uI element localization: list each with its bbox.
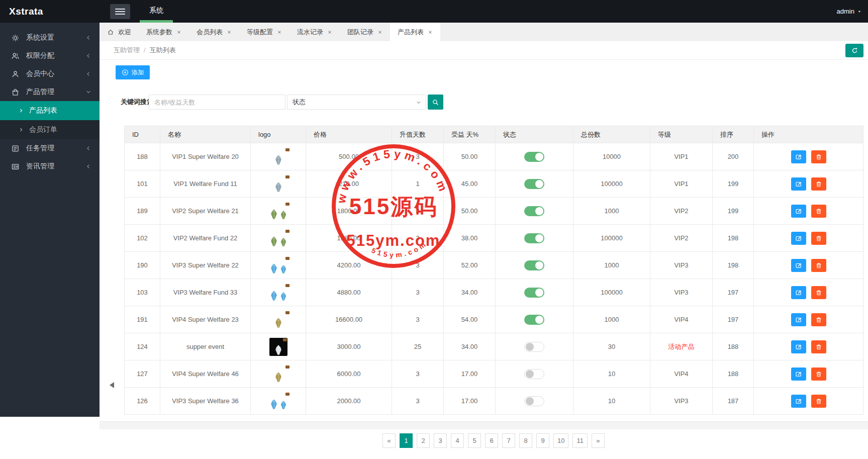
edit-button[interactable] [791, 286, 806, 299]
sidebar-item-权限分配[interactable]: 权限分配 [0, 47, 100, 65]
chevron-left-icon [85, 35, 91, 41]
sidebar-item-任务管理[interactable]: 任务管理 [0, 139, 100, 157]
delete-button[interactable] [811, 395, 826, 408]
page-next-button[interactable]: » [592, 433, 605, 448]
cell-name: VIP1 Super Welfare 20 [160, 143, 251, 170]
sidebar-item-会员订单[interactable]: 会员订单 [0, 120, 100, 139]
tab-close-icon[interactable] [277, 30, 282, 35]
status-toggle[interactable] [524, 342, 544, 352]
logo-tag [285, 311, 290, 314]
sidebar-item-系统设置[interactable]: 系统设置 [0, 29, 100, 47]
gem-icon [274, 317, 283, 329]
cell-total: 1000 [573, 306, 650, 333]
sidebar-item-产品列表[interactable]: 产品列表 [0, 101, 100, 120]
delete-button[interactable] [811, 340, 826, 353]
page-button-10[interactable]: 10 [553, 433, 568, 448]
delete-button[interactable] [811, 150, 826, 163]
edit-button[interactable] [791, 150, 806, 163]
search-button[interactable] [428, 95, 443, 110]
cell-total: 10 [573, 360, 650, 388]
breadcrumb-item[interactable]: 互助列表 [150, 46, 176, 54]
edit-button[interactable] [791, 205, 806, 218]
status-toggle[interactable] [524, 396, 544, 406]
toggle-knob [535, 316, 543, 324]
cell-name: VIP3 Super Welfare 36 [160, 388, 251, 415]
add-button[interactable]: 添加 [116, 65, 150, 79]
tab-系统参数[interactable]: 系统参数 [139, 23, 189, 41]
table-row: 127VIP4 Super Welfare 466000.00317.0010V… [125, 360, 863, 388]
page-prev-button[interactable]: « [382, 433, 396, 448]
menu-toggle-button[interactable] [110, 4, 130, 19]
user-menu[interactable]: admin [837, 0, 862, 23]
status-toggle[interactable] [524, 206, 544, 216]
delete-button[interactable] [811, 205, 826, 218]
tab-close-icon[interactable] [327, 30, 332, 35]
page-button-8[interactable]: 8 [519, 433, 532, 448]
table-row: 189VIP2 Super Welfare 211800.00350.00100… [125, 198, 863, 225]
tab-团队记录[interactable]: 团队记录 [340, 23, 390, 41]
page-button-2[interactable]: 2 [417, 433, 430, 448]
page-button-11[interactable]: 11 [572, 433, 588, 448]
cell-profit: 34.00 [444, 333, 496, 360]
page-button-1[interactable]: 1 [400, 433, 413, 448]
status-toggle[interactable] [524, 152, 544, 162]
delete-button[interactable] [811, 259, 826, 272]
tab-会员列表[interactable]: 会员列表 [189, 23, 239, 41]
tab-close-icon[interactable] [428, 30, 433, 35]
status-toggle[interactable] [524, 179, 544, 189]
delete-button[interactable] [811, 232, 826, 245]
breadcrumb-item[interactable]: 互助管理 [114, 46, 140, 54]
page-button-7[interactable]: 7 [502, 433, 515, 448]
gem-icon [274, 344, 283, 356]
refresh-button[interactable] [845, 44, 863, 57]
page-button-3[interactable]: 3 [434, 433, 447, 448]
edit-button[interactable] [791, 232, 806, 245]
tab-close-icon[interactable] [377, 30, 382, 35]
status-toggle[interactable] [524, 369, 544, 379]
horizontal-scrollbar-track[interactable] [100, 421, 868, 429]
edit-button[interactable] [791, 259, 806, 272]
sidebar-item-资讯管理[interactable]: 资讯管理 [0, 157, 100, 175]
edit-icon [795, 180, 802, 188]
edit-button[interactable] [791, 313, 806, 326]
product-logo [267, 202, 290, 220]
product-logo [267, 148, 290, 166]
page-button-5[interactable]: 5 [468, 433, 481, 448]
status-toggle[interactable] [524, 315, 544, 325]
edit-button[interactable] [791, 177, 806, 191]
delete-button[interactable] [811, 313, 826, 326]
cell-status [496, 170, 573, 198]
delete-button[interactable] [811, 286, 826, 299]
page-button-4[interactable]: 4 [451, 433, 464, 448]
status-toggle[interactable] [524, 288, 544, 298]
scroll-left-arrow-icon[interactable] [107, 382, 114, 388]
delete-button[interactable] [811, 368, 826, 381]
caret-down-icon [857, 9, 862, 14]
status-toggle[interactable] [524, 233, 544, 243]
cell-profit: 17.00 [444, 360, 496, 388]
edit-button[interactable] [791, 368, 806, 381]
cell-name: supper event [160, 333, 251, 360]
tab-产品列表[interactable]: 产品列表 [390, 23, 440, 41]
tab-流水记录[interactable]: 流水记录 [290, 23, 340, 41]
page-button-9[interactable]: 9 [536, 433, 549, 448]
tab-close-icon[interactable] [176, 30, 181, 35]
cell-days: 1 [392, 170, 444, 198]
trash-icon [815, 208, 822, 215]
tab-label: 系统参数 [146, 28, 172, 37]
tab-欢迎[interactable]: 欢迎 [100, 23, 139, 41]
keyword-input[interactable] [149, 95, 285, 110]
sidebar-item-会员中心[interactable]: 会员中心 [0, 65, 100, 83]
toggle-knob [535, 207, 543, 215]
tab-close-icon[interactable] [227, 30, 232, 35]
cell-price: 1980.00 [306, 225, 392, 252]
status-toggle[interactable] [524, 260, 544, 270]
tab-等级配置[interactable]: 等级配置 [239, 23, 290, 41]
topbar-menu-system[interactable]: 系统 [140, 0, 173, 23]
edit-button[interactable] [791, 340, 806, 353]
edit-button[interactable] [791, 395, 806, 408]
sidebar-item-产品管理[interactable]: 产品管理 [0, 83, 100, 101]
status-select[interactable]: 状态 [287, 95, 426, 110]
delete-button[interactable] [811, 177, 826, 191]
page-button-6[interactable]: 6 [485, 433, 498, 448]
